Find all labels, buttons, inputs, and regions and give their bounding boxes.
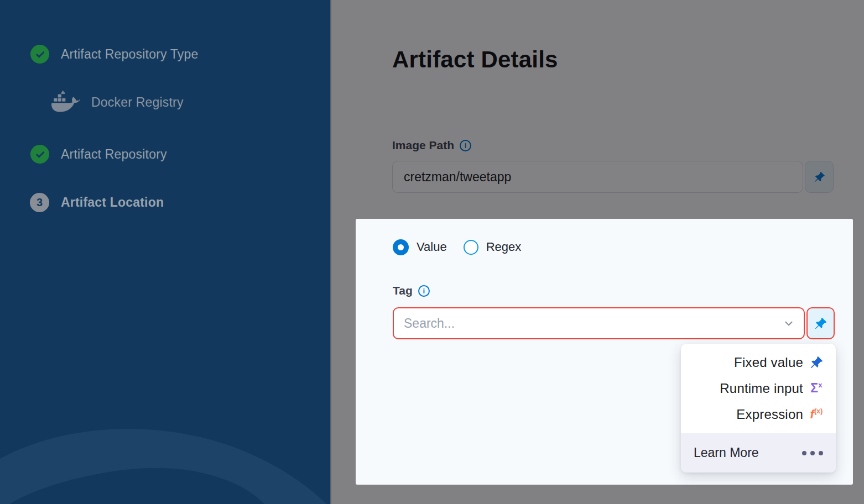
- pushpin-icon: [814, 317, 827, 330]
- menu-item-expression[interactable]: Expression f(x): [681, 401, 836, 427]
- value-radio[interactable]: [393, 239, 409, 255]
- tag-select-field[interactable]: [393, 307, 805, 339]
- sidebar-wave-decoration: [0, 416, 330, 504]
- step-label: Artifact Location: [61, 195, 164, 210]
- chevron-down-icon[interactable]: [783, 317, 795, 329]
- docker-whale-icon: [51, 90, 82, 114]
- tag-type-radio-group: Value Regex: [393, 239, 521, 255]
- tag-pin-button[interactable]: [806, 307, 835, 339]
- learn-more-link[interactable]: Learn More: [694, 445, 759, 460]
- step-number-badge: 3: [30, 193, 49, 212]
- sidebar-step-artifact-repository-type[interactable]: Artifact Repository Type: [30, 45, 199, 64]
- tag-label: Tag i: [393, 284, 430, 297]
- menu-item-label: Fixed value: [734, 355, 803, 370]
- step-label: Docker Registry: [91, 95, 184, 110]
- sidebar-step-artifact-location[interactable]: 3 Artifact Location: [30, 193, 164, 212]
- regex-radio-label[interactable]: Regex: [486, 240, 522, 254]
- sigma-x-icon: Σx: [809, 381, 824, 396]
- step-label: Artifact Repository Type: [61, 47, 199, 62]
- dropdown-menu-footer: Learn More: [681, 433, 836, 473]
- wizard-sidebar: Artifact Repository Type Docker Registry…: [0, 0, 330, 504]
- f-of-x-icon: f(x): [809, 407, 824, 422]
- step-label: Artifact Repository: [61, 147, 167, 162]
- pushpin-icon: [809, 356, 824, 369]
- info-icon[interactable]: i: [418, 285, 430, 297]
- sidebar-step-docker-registry[interactable]: Docker Registry: [51, 90, 184, 114]
- tag-search-input[interactable]: [404, 316, 778, 331]
- value-radio-label[interactable]: Value: [417, 240, 447, 254]
- menu-item-fixed-value[interactable]: Fixed value: [681, 349, 836, 375]
- input-type-dropdown-menu: Fixed value Runtime input Σx Expression …: [681, 344, 836, 473]
- menu-item-runtime-input[interactable]: Runtime input Σx: [681, 375, 836, 401]
- sidebar-step-artifact-repository[interactable]: Artifact Repository: [30, 145, 167, 164]
- step-complete-check-icon: [30, 145, 49, 164]
- step-complete-check-icon: [30, 45, 49, 64]
- regex-radio[interactable]: [464, 240, 478, 255]
- tag-label-text: Tag: [393, 284, 413, 297]
- more-options-icon[interactable]: [802, 451, 823, 455]
- tag-select-row: [393, 307, 835, 339]
- tag-spotlight-panel: Value Regex Tag i Fixed value: [356, 219, 853, 485]
- menu-item-label: Expression: [736, 407, 803, 422]
- menu-item-label: Runtime input: [720, 381, 803, 396]
